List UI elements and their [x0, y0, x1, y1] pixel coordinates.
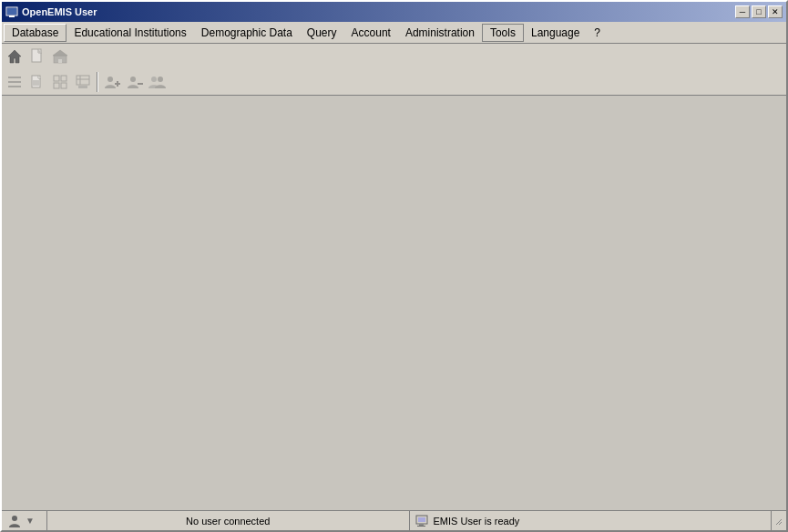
svg-rect-8	[58, 59, 62, 63]
title-bar: OpenEMIS User ─ □ ✕	[2, 2, 786, 22]
menu-tools[interactable]: Tools	[482, 24, 524, 42]
toolbars	[2, 44, 786, 96]
user-icon	[7, 514, 22, 528]
svg-line-37	[776, 519, 782, 525]
close-button[interactable]: ✕	[768, 5, 783, 18]
menu-account[interactable]: Account	[344, 25, 398, 41]
svg-rect-18	[61, 76, 67, 81]
main-window: OpenEMIS User ─ □ ✕ Database Educational…	[0, 0, 788, 532]
menu-language[interactable]: Language	[524, 25, 587, 41]
svg-line-38	[779, 522, 782, 525]
grid-button[interactable]	[49, 71, 71, 93]
window-controls: ─ □ ✕	[735, 5, 783, 18]
resize-grip[interactable]	[772, 511, 786, 530]
main-content	[2, 96, 786, 510]
institution-button[interactable]	[49, 46, 71, 67]
svg-point-31	[158, 77, 163, 82]
svg-rect-20	[61, 83, 67, 88]
svg-rect-24	[78, 86, 87, 88]
svg-rect-19	[54, 83, 59, 88]
svg-marker-3	[8, 50, 21, 63]
maximize-button[interactable]: □	[752, 5, 766, 18]
person-add-button[interactable]	[101, 71, 123, 93]
menu-demographic-data[interactable]: Demographic Data	[194, 25, 300, 41]
doc-button[interactable]	[26, 71, 48, 93]
minimize-button[interactable]: ─	[735, 5, 750, 18]
menu-database[interactable]: Database	[4, 24, 67, 42]
svg-point-32	[12, 516, 17, 521]
new-page-button[interactable]	[26, 46, 48, 67]
user-status-section: No user connected	[47, 511, 410, 530]
svg-rect-9	[8, 77, 21, 78]
home-button[interactable]	[4, 46, 26, 67]
person-remove-button[interactable]	[124, 71, 146, 93]
svg-rect-10	[8, 81, 21, 83]
svg-rect-21	[77, 76, 89, 85]
status-bar: ▼ No user connected EMIS User is ready	[2, 510, 786, 530]
svg-rect-17	[54, 76, 59, 81]
app-status-section: EMIS User is ready	[410, 511, 773, 530]
svg-rect-11	[8, 86, 21, 87]
persons-button[interactable]	[147, 71, 169, 93]
app-icon	[5, 5, 18, 18]
menu-query[interactable]: Query	[300, 25, 344, 41]
window-title: OpenEMIS User	[22, 6, 97, 17]
svg-rect-36	[417, 526, 425, 527]
list-view-button[interactable]	[4, 71, 26, 93]
toolbar-row-2	[2, 69, 786, 95]
app-status-icon	[415, 514, 430, 528]
toolbar-separator-1	[97, 72, 98, 92]
app-status-label: EMIS User is ready	[434, 516, 520, 527]
svg-point-25	[107, 77, 113, 82]
menu-administration[interactable]: Administration	[398, 25, 482, 41]
user-icon-section: ▼	[2, 511, 47, 530]
svg-rect-2	[7, 8, 16, 15]
menu-bar: Database Educational Institutions Demogr…	[2, 22, 786, 44]
menu-help[interactable]: ?	[587, 25, 608, 41]
svg-rect-35	[419, 524, 424, 526]
svg-rect-34	[418, 517, 425, 522]
user-status-label: No user connected	[186, 516, 270, 527]
view2-button[interactable]	[72, 71, 94, 93]
svg-point-30	[151, 77, 157, 82]
svg-marker-7	[53, 50, 67, 56]
toolbar-row-1	[2, 44, 786, 69]
svg-rect-1	[9, 15, 15, 17]
menu-educational-institutions[interactable]: Educational Institutions	[67, 25, 193, 41]
svg-point-28	[130, 77, 136, 82]
